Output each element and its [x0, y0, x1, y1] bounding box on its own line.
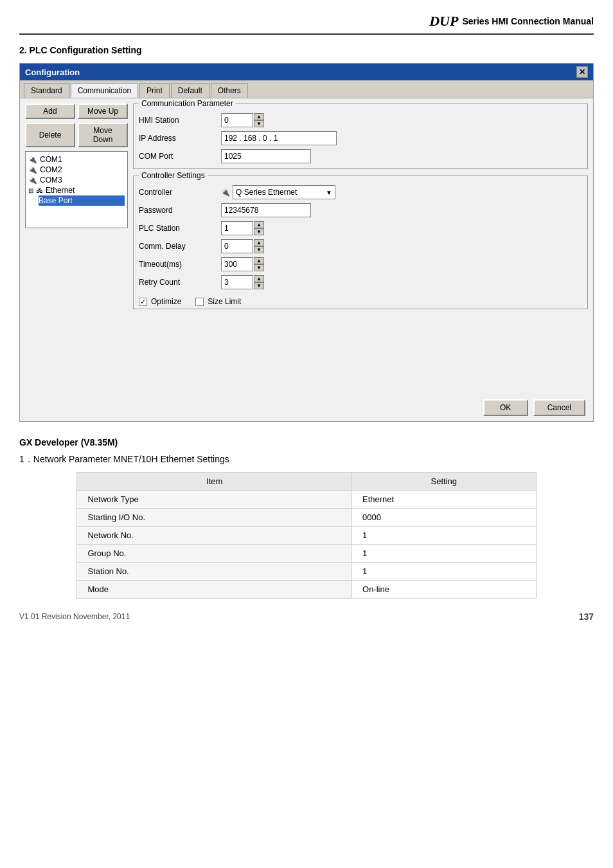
table-row: Starting I/O No.0000: [77, 509, 536, 527]
tab-standard[interactable]: Standard: [24, 83, 69, 98]
timeout-down[interactable]: ▼: [254, 264, 264, 271]
size-limit-checkbox[interactable]: [195, 298, 204, 306]
controller-value-row: 🔌 Q Series Ethernet ▼: [221, 185, 582, 199]
settings-table: Item Setting Network TypeEthernetStartin…: [76, 472, 536, 599]
close-button[interactable]: ✕: [576, 66, 588, 78]
comm-delay-spinner: ▲ ▼: [254, 239, 264, 253]
dialog-body: Add Move Up Delete Move Down 🔌 COM1 🔌 CO…: [20, 98, 593, 394]
tab-others[interactable]: Others: [211, 83, 248, 98]
retry-up[interactable]: ▲: [254, 275, 264, 282]
delete-button[interactable]: Delete: [25, 123, 75, 147]
size-limit-label: Size Limit: [208, 297, 241, 306]
table-cell-setting: 1: [352, 563, 537, 581]
controller-label: Controller: [139, 188, 216, 197]
plc-station-field: ▲ ▼: [221, 221, 582, 235]
move-up-button[interactable]: Move Up: [78, 104, 128, 119]
plc-station-spinner: ▲ ▼: [254, 221, 264, 235]
comm-param-title: Communication Parameter: [139, 99, 236, 108]
comm-param-grid: HMI Station ▲ ▼ IP Address COM Port: [134, 104, 587, 168]
com2-icon: 🔌: [28, 166, 37, 174]
logo: DUP: [429, 13, 458, 30]
tab-default[interactable]: Default: [171, 83, 209, 98]
com3-icon: 🔌: [28, 176, 37, 185]
table-cell-item: Station No.: [77, 563, 352, 581]
password-input[interactable]: [221, 203, 311, 217]
tree-item-com1[interactable]: 🔌 COM1: [28, 154, 125, 165]
tree-item-base-port[interactable]: Base Port: [39, 195, 125, 206]
hmi-station-label: HMI Station: [139, 116, 216, 125]
table-cell-item: Group No.: [77, 545, 352, 563]
com-port-label: COM Port: [139, 152, 216, 161]
controller-dropdown[interactable]: Q Series Ethernet ▼: [233, 185, 335, 199]
password-label: Password: [139, 206, 216, 215]
tab-print[interactable]: Print: [139, 83, 170, 98]
header-subtitle: Series HMI Connection Manual: [462, 16, 594, 26]
tree-item-ethernet[interactable]: ⊟ 🖧 Ethernet: [28, 185, 125, 195]
ok-button[interactable]: OK: [483, 399, 528, 416]
ethernet-label: Ethernet: [46, 186, 75, 195]
config-dialog: Configuration ✕ Standard Communication P…: [19, 63, 594, 422]
hmi-station-down[interactable]: ▼: [254, 120, 264, 127]
hmi-station-field: ▲ ▼: [221, 113, 582, 127]
plc-station-up[interactable]: ▲: [254, 221, 264, 228]
hmi-station-input[interactable]: [221, 113, 253, 127]
chevron-down-icon: ▼: [326, 189, 332, 196]
comm-delay-input[interactable]: [221, 239, 253, 253]
table-row: ModeOn-line: [77, 581, 536, 599]
gx-section: GX Developer (V8.35M) 1．Network Paramete…: [19, 437, 594, 599]
retry-label: Retry Count: [139, 278, 216, 287]
timeout-up[interactable]: ▲: [254, 257, 264, 264]
retry-down[interactable]: ▼: [254, 282, 264, 289]
ip-address-input[interactable]: [221, 131, 337, 145]
table-row: Group No.1: [77, 545, 536, 563]
page-header: DUP Series HMI Connection Manual: [19, 13, 594, 35]
optimize-row: ✓ Optimize Size Limit: [134, 294, 587, 309]
table-cell-item: Network Type: [77, 491, 352, 509]
table-cell-item: Starting I/O No.: [77, 509, 352, 527]
controller-dropdown-value: Q Series Ethernet: [236, 188, 297, 197]
comm-delay-field: ▲ ▼: [221, 239, 582, 253]
comm-delay-down[interactable]: ▼: [254, 246, 264, 253]
cancel-button[interactable]: Cancel: [533, 399, 585, 416]
comm-param-group: Communication Parameter HMI Station ▲ ▼ …: [133, 104, 588, 169]
timeout-input[interactable]: [221, 257, 253, 271]
hmi-station-up[interactable]: ▲: [254, 113, 264, 120]
ip-address-label: IP Address: [139, 134, 216, 143]
move-down-button[interactable]: Move Down: [78, 123, 128, 147]
com-port-input[interactable]: [221, 149, 311, 163]
right-panel: Communication Parameter HMI Station ▲ ▼ …: [133, 104, 588, 389]
page-footer: V1.01 Revision November, 2011 137: [19, 611, 594, 622]
tree-item-com2[interactable]: 🔌 COM2: [28, 165, 125, 175]
table-cell-item: Network No.: [77, 527, 352, 545]
hmi-station-spinner: ▲ ▼: [254, 113, 264, 127]
col-item-header: Item: [77, 473, 352, 491]
base-port-label: Base Port: [39, 196, 73, 205]
plc-station-input[interactable]: [221, 221, 253, 235]
controller-icon: 🔌: [221, 188, 230, 197]
optimize-label: Optimize: [151, 297, 181, 306]
retry-field: ▲ ▼: [221, 275, 582, 289]
table-cell-setting: On-line: [352, 581, 537, 599]
ethernet-icon: 🖧: [36, 186, 43, 194]
comm-delay-up[interactable]: ▲: [254, 239, 264, 246]
com3-label: COM3: [40, 176, 62, 185]
dialog-footer: OK Cancel: [20, 394, 593, 421]
plc-station-down[interactable]: ▼: [254, 228, 264, 235]
section-heading: 2. PLC Configuration Setting: [19, 45, 594, 55]
tab-communication[interactable]: Communication: [71, 83, 138, 98]
com1-label: COM1: [40, 155, 62, 164]
ip-address-field: [221, 131, 582, 145]
table-cell-setting: Ethernet: [352, 491, 537, 509]
title-bar: Configuration ✕: [20, 64, 593, 80]
add-button[interactable]: Add: [25, 104, 75, 119]
device-tree: 🔌 COM1 🔌 COM2 🔌 COM3 ⊟ 🖧 Ethernet: [25, 151, 128, 228]
expand-icon: ⊟: [28, 187, 33, 194]
controller-grid: Controller 🔌 Q Series Ethernet ▼ Passwor…: [134, 176, 587, 294]
retry-input[interactable]: [221, 275, 253, 289]
dialog-title: Configuration: [25, 68, 80, 77]
net-heading: 1．Network Parameter MNET/10H Ethernet Se…: [19, 454, 594, 466]
page-number: 137: [579, 611, 594, 622]
tree-item-com3[interactable]: 🔌 COM3: [28, 175, 125, 185]
optimize-checkbox[interactable]: ✓: [139, 298, 147, 306]
button-row-1: Add Move Up: [25, 104, 128, 119]
